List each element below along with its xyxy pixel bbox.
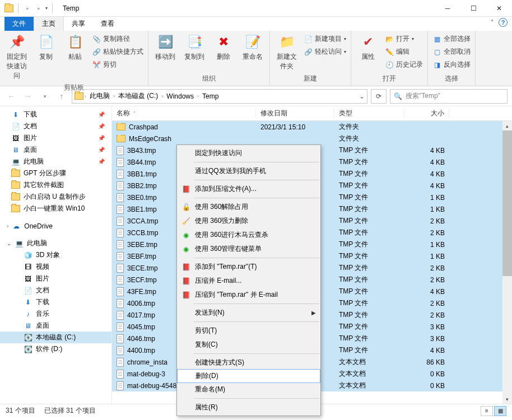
crumb-windows[interactable]: Windows [164,92,196,100]
sidebar-item-music[interactable]: ♪音乐 [0,308,111,320]
table-row[interactable]: MsEdgeCrash文件夹 [112,133,512,144]
ctx-rename[interactable]: 重命名(M) [177,382,320,396]
maximize-button[interactable]: ☐ [460,0,486,17]
close-button[interactable]: ✕ [486,0,512,17]
pin-button[interactable]: 📌固定到快速访问 [3,32,30,82]
refresh-button[interactable]: ⟳ [371,89,387,104]
ctx-360force[interactable]: 🧹使用 360强力删除 [177,214,320,228]
sidebar-item-xiaobai1[interactable]: 小白启动 U 盘制作步 [0,191,111,203]
view-details-button[interactable]: ≡ [481,406,493,416]
ctx-sendto[interactable]: 发送到(N)▶ [177,306,320,320]
sidebar-item-downloads2[interactable]: ⬇下载 [0,296,111,308]
open-button[interactable]: 📂打开▾ [384,33,424,45]
tab-view[interactable]: 查看 [93,17,122,31]
file-size: 4 KB [404,182,449,190]
scrollbar[interactable]: ▴ ▾ [502,121,512,404]
sidebar-item-onedrive[interactable]: ›☁OneDrive [0,220,111,232]
sidebar-item-thispc[interactable]: 💻此电脑📌 [0,156,111,167]
file-name: chrome_insta [127,358,167,366]
crumb-drive[interactable]: 本地磁盘 (C:) [116,91,160,101]
copypath-button[interactable]: 📎复制路径 [91,33,145,45]
file-name: 4006.tmp [127,300,155,307]
ctx-ziptemp[interactable]: 📕压缩到 "Temp.rar" 并 E-mail [177,288,320,302]
tab-file[interactable]: 文件 [4,17,34,31]
invert-button[interactable]: ◨反向选择 [431,59,472,71]
delete-button[interactable]: ✖删除 [210,32,237,63]
tab-home[interactable]: 主页 [34,16,64,31]
selectall-button[interactable]: ▦全部选择 [431,33,472,45]
copyto-button[interactable]: 📑复制到 [181,32,208,63]
ribbon-collapse-icon[interactable]: ˄ [491,19,494,26]
sidebar-item-thispc-main[interactable]: ⌄💻此电脑 [0,237,111,249]
qat-expand-icon[interactable]: ▾ [45,6,48,11]
easyaccess-button[interactable]: 🔗轻松访问▾ [302,46,347,58]
view-icons-button[interactable]: ▦ [494,406,506,416]
up-button[interactable]: ↑ [55,90,68,103]
sidebar-item-desktop2[interactable]: 🖥桌面 [0,320,111,332]
paste-button[interactable]: 📋粘贴 [62,32,89,63]
ctx-addtemprar[interactable]: 📕添加到 "Temp.rar"(T) [177,260,320,274]
newfolder-button[interactable]: 📁新建文件夹 [273,32,300,72]
file-name: 3EBF.tmp [127,253,156,260]
ctx-shortcut[interactable]: 创建快捷方式(S) [177,356,320,370]
sidebar-item-video[interactable]: 🎞视频 [0,261,111,273]
sidebar-item-downloads[interactable]: ⬇下载📌 [0,109,111,120]
scroll-thumb[interactable] [502,130,512,276]
ctx-360unlock[interactable]: 🔓使用 360解除占用 [177,200,320,214]
ctx-zipemail[interactable]: 📕压缩并 E-mail... [177,274,320,288]
sidebar-item-cdrive[interactable]: 💽本地磁盘 (C:) [0,332,111,343]
properties-button[interactable]: ✔属性 [355,32,381,63]
folder-icon [117,135,125,142]
recent-button[interactable]: ▾ [38,90,52,103]
sidebar-item-pictures[interactable]: 🖼图片📌 [0,132,111,144]
col-type[interactable]: 类型 [334,109,404,118]
sidebar-item-desktop[interactable]: 🖥桌面📌 [0,144,111,156]
sidebar-item-gpt[interactable]: GPT 分区步骤 [0,167,111,179]
scroll-up-icon[interactable]: ▴ [502,121,512,130]
moveto-button[interactable]: ➡️移动到 [152,32,179,63]
ctx-properties[interactable]: 属性(R) [177,400,320,414]
copy-button[interactable]: 📄复制 [32,32,59,63]
ctx-delete[interactable]: 删除(D) [177,369,320,383]
table-row[interactable]: Crashpad2021/3/1 15:10文件夹 [112,121,512,133]
pasteshortcut-button[interactable]: 🔗粘贴快捷方式 [91,46,145,58]
help-icon[interactable]: ? [499,18,508,27]
qat-item[interactable]: ▫ [23,4,32,12]
sidebar-item-documents2[interactable]: 📄文档 [0,284,111,296]
ctx-copy[interactable]: 复制(C) [177,338,320,352]
newitem-button[interactable]: 📄新建项目▾ [302,33,347,45]
ctx-addarchive[interactable]: 📕添加到压缩文件(A)... [177,182,320,196]
crumb-temp[interactable]: Temp [200,92,221,100]
selectnone-button[interactable]: ▢全部取消 [431,46,472,58]
tab-share[interactable]: 共享 [64,17,93,31]
history-button[interactable]: 🕘历史记录 [384,59,424,71]
breadcrumb[interactable]: › 此电脑› 本地磁盘 (C:)› Windows› Temp ⌄ [72,89,367,104]
edit-button[interactable]: ✏️编辑 [384,46,424,58]
sidebar-item-documents[interactable]: 📄文档📌 [0,120,111,132]
sidebar-item-ddrive[interactable]: 💽软件 (D:) [0,343,111,355]
back-button[interactable]: ← [4,90,18,103]
sidebar-item-other[interactable]: 其它软件截图 [0,179,111,191]
scroll-down-icon[interactable]: ▾ [502,394,512,404]
qat-item[interactable]: ▫ [34,4,43,12]
sidebar-item-pictures2[interactable]: 🖼图片 [0,273,111,284]
search-input[interactable]: 🔍 搜索"Temp" [390,89,508,104]
ctx-360menu[interactable]: ◉使用 360管理右键菜单 [177,242,320,256]
col-date[interactable]: 修改日期 [256,109,334,118]
path-expand-icon[interactable]: ⌄ [359,92,365,100]
sidebar-item-3d[interactable]: 🧊3D 对象 [0,249,111,261]
minimize-button[interactable]: ─ [435,0,460,17]
crumb-pc[interactable]: 此电脑 [87,91,112,101]
context-menu: 固定到快速访问 通过QQ发送到我的手机 📕添加到压缩文件(A)... 🔓使用 3… [176,144,321,416]
ctx-pin[interactable]: 固定到快速访问 [177,146,320,160]
rename-button[interactable]: 📝重命名 [239,32,266,63]
sidebar-item-xiaobai2[interactable]: 小白一键重装 Win10 [0,203,111,214]
forward-button[interactable]: → [21,90,35,103]
cut-button[interactable]: ✂️剪切 [91,59,145,71]
file-icon [117,217,124,226]
ctx-360scan[interactable]: ◉使用 360进行木马云查杀 [177,228,320,242]
ctx-qq[interactable]: 通过QQ发送到我的手机 [177,164,320,178]
col-name[interactable]: 名称˄ [112,109,256,118]
ctx-cut[interactable]: 剪切(T) [177,324,320,338]
col-size[interactable]: 大小 [404,109,449,118]
